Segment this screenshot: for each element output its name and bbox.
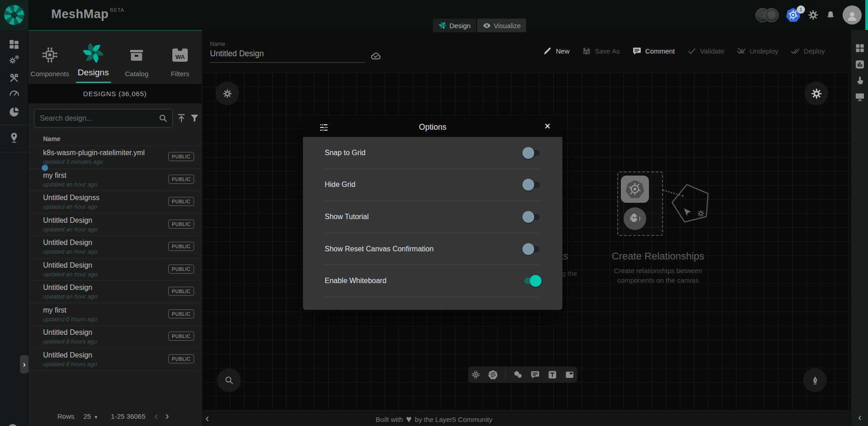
design-row[interactable]: k8s-wasm-plugin-ratelimiter.yml updated … — [28, 146, 202, 169]
canvas-options-button[interactable] — [805, 82, 828, 105]
option-label: Show Tutorial — [325, 213, 369, 221]
design-row[interactable]: my first updated an hour ago PUBLIC — [28, 169, 202, 191]
tab-catalog[interactable]: Catalog — [115, 31, 159, 84]
design-row[interactable]: Untitled Design updated 8 hours ago PUBL… — [28, 326, 202, 348]
canvas-toolbar: Name New Save As Comme — [202, 30, 851, 73]
tab-filters-label: Filters — [171, 70, 190, 78]
monitor-icon[interactable] — [854, 91, 865, 102]
chevron-left-icon: ‹ — [205, 412, 209, 424]
map-pin-icon[interactable] — [8, 132, 20, 143]
design-row[interactable]: Untitled Design updated an hour ago PUBL… — [28, 236, 202, 259]
kubernetes-icon[interactable] — [488, 370, 498, 380]
pen-tool-button[interactable] — [803, 368, 827, 392]
design-row[interactable]: Untitled Designss updated an hour ago PU… — [28, 191, 202, 214]
deploy-button: Deploy — [790, 46, 825, 56]
gear-icon[interactable] — [808, 10, 819, 20]
tab-designs[interactable]: Designs — [72, 31, 115, 84]
canvas-settings-button[interactable] — [215, 82, 239, 105]
deploy-label: Deploy — [804, 47, 825, 55]
undeploy-button: Undeploy — [736, 46, 778, 56]
components-chip-icon[interactable] — [471, 370, 481, 380]
performance-gauge-icon[interactable] — [8, 87, 20, 99]
tab-components-label: Components — [30, 70, 69, 78]
collapse-footer-button[interactable]: ‹ — [205, 412, 209, 425]
extensions-icon[interactable] — [8, 106, 20, 118]
user-avatar[interactable] — [843, 5, 862, 24]
zoom-button[interactable] — [217, 368, 241, 392]
design-updated: updated an hour ago — [43, 226, 98, 233]
toolbox-icon[interactable] — [8, 72, 20, 84]
rail-divider — [0, 125, 28, 125]
tab-design-label: Design — [449, 22, 471, 29]
tab-visualize[interactable]: Visualize — [477, 19, 527, 32]
design-author-avatar — [42, 165, 48, 171]
media-icon[interactable] — [565, 370, 575, 380]
design-updated: updated 6 hours ago — [43, 316, 97, 323]
kubernetes-context-button[interactable]: 1 — [785, 7, 801, 23]
bell-icon[interactable] — [825, 10, 836, 20]
visibility-badge: PUBLIC — [168, 332, 194, 341]
design-title: Untitled Design — [43, 328, 93, 337]
snap-to-grid-toggle[interactable] — [524, 150, 540, 156]
collaborator-avatar[interactable] — [765, 8, 779, 22]
lifecycle-gears-icon[interactable] — [8, 54, 20, 66]
design-title: my first — [43, 306, 67, 314]
design-row[interactable]: Untitled Design updated an hour ago PUBL… — [28, 281, 202, 304]
tab-components[interactable]: Components — [28, 31, 72, 84]
visibility-badge: PUBLIC — [168, 242, 194, 251]
design-title: Untitled Design — [43, 351, 93, 359]
modal-header: Options × — [303, 117, 562, 137]
design-row[interactable]: Untitled Design updated an hour ago PUBL… — [28, 259, 202, 281]
design-row[interactable]: Untitled Design updated 8 hours ago PUBL… — [28, 348, 202, 371]
onboarding-meshsync-circle — [624, 207, 646, 230]
cursor-icon — [682, 207, 692, 218]
option-row: Hide Grid — [325, 169, 540, 201]
comment-tool-icon[interactable] — [530, 370, 540, 380]
design-row[interactable]: Untitled Design updated an hour ago PUBL… — [28, 214, 202, 236]
enable-whiteboard-toggle[interactable] — [524, 278, 540, 284]
new-button[interactable]: New — [543, 46, 570, 56]
tab-design[interactable]: Design — [433, 19, 476, 32]
visibility-badge: PUBLIC — [168, 152, 194, 161]
design-name-input[interactable] — [210, 49, 365, 63]
text-tool-icon[interactable] — [547, 370, 557, 380]
rows-per-page-select[interactable]: 25▼ — [83, 412, 98, 420]
sidebar-tabs: Components Designs Catalog WA Filters — [28, 31, 202, 84]
close-modal-button[interactable]: × — [542, 120, 553, 132]
prev-page-button[interactable]: ‹ — [151, 411, 162, 421]
zoom-icon — [224, 375, 234, 385]
dashboard-icon[interactable] — [8, 39, 20, 50]
hide-grid-toggle[interactable] — [524, 181, 540, 188]
expand-rail-button[interactable]: › — [20, 355, 29, 373]
design-row[interactable]: my first updated 6 hours ago PUBLIC — [28, 304, 202, 326]
mode-switch: Design Visualize — [433, 19, 526, 32]
design-title: Untitled Designss — [43, 194, 100, 202]
chevron-right-icon: › — [23, 360, 26, 369]
design-spiral-icon — [83, 42, 104, 64]
show-tutorial-toggle[interactable] — [524, 214, 540, 220]
help-button[interactable]: ? — [8, 424, 18, 426]
next-page-button[interactable]: › — [162, 411, 173, 421]
canvas-tools-bar — [468, 367, 577, 383]
design-name-label: Name — [210, 41, 225, 47]
visibility-badge: PUBLIC — [168, 309, 194, 318]
grid-view-icon[interactable] — [854, 43, 865, 54]
import-design-icon[interactable] — [176, 113, 186, 123]
tab-filters[interactable]: WA Filters — [158, 31, 202, 84]
app-logo[interactable] — [0, 0, 28, 30]
collapse-dock-button[interactable]: ‹ — [851, 411, 868, 424]
search-input[interactable] — [40, 114, 158, 122]
design-title: Untitled Design — [43, 216, 93, 225]
design-title: Untitled Design — [43, 284, 93, 292]
chevron-left-icon: ‹ — [858, 411, 862, 423]
comment-button[interactable]: Comment — [632, 46, 675, 56]
filter-funnel-icon[interactable] — [190, 113, 200, 123]
reset-confirmation-toggle[interactable] — [524, 246, 540, 252]
bar-chart-icon[interactable] — [854, 59, 865, 70]
mesh-logo-icon — [4, 5, 24, 25]
search-design-input[interactable] — [34, 109, 173, 127]
shapes-icon[interactable] — [513, 370, 523, 380]
modal-title: Options — [303, 122, 562, 132]
gear-icon — [697, 210, 705, 217]
touch-icon[interactable] — [854, 75, 865, 86]
